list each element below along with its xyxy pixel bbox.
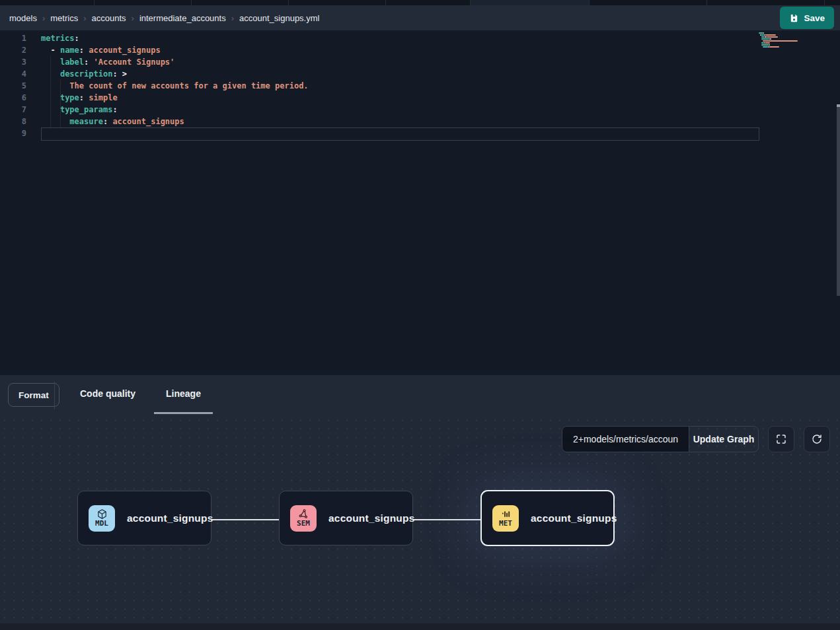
semantic-network-icon (298, 508, 309, 520)
format-button[interactable]: Format (8, 383, 59, 407)
breadcrumb: models›metrics›accounts›intermediate_acc… (9, 13, 780, 23)
breadcrumb-item[interactable]: intermediate_accounts (139, 13, 226, 23)
node-label: account_signups (127, 512, 213, 524)
chevron-right-icon: › (231, 13, 234, 23)
update-graph-button[interactable]: Update Graph (689, 427, 758, 452)
mdl-badge: MDL (89, 505, 115, 532)
fullscreen-button[interactable] (768, 426, 794, 452)
lineage-node-met[interactable]: METaccount_signups (480, 490, 615, 546)
badge-label: MDL (95, 520, 108, 528)
line-number: 4 (0, 68, 26, 80)
divider (54, 382, 55, 409)
code-line-7[interactable]: 7 type_params: (0, 104, 840, 116)
code-line-8[interactable]: 8 measure: account_signups (0, 116, 840, 127)
breadcrumb-item[interactable]: models (9, 13, 37, 23)
breadcrumb-bar: models›metrics›accounts›intermediate_acc… (0, 5, 840, 30)
cube-icon (96, 508, 108, 520)
ide-window: models›metrics›accounts›intermediate_acc… (0, 0, 840, 630)
code-line-3[interactable]: 3 label: 'Account Signups' (0, 56, 840, 68)
chevron-right-icon: › (42, 13, 45, 23)
breadcrumb-item[interactable]: accounts (92, 13, 126, 23)
tab-lineage[interactable]: Lineage (154, 375, 213, 414)
bottom-panel: Format Code qualityLineage Update Graph (0, 375, 840, 630)
lineage-controls: Update Graph (562, 426, 830, 452)
window-tab[interactable] (707, 0, 825, 5)
lineage-selector-input[interactable] (562, 427, 689, 452)
badge-label: SEM (297, 520, 310, 528)
indent-guide (50, 56, 51, 127)
code-line-6[interactable]: 6 type: simple (0, 92, 840, 104)
window-tab[interactable] (825, 0, 840, 5)
line-number: 7 (0, 104, 26, 116)
window-tab[interactable] (192, 0, 289, 5)
window-tab-strip (0, 0, 840, 5)
window-tab[interactable] (0, 0, 95, 5)
panel-header: Format Code qualityLineage (0, 375, 840, 416)
expand-icon (775, 433, 787, 445)
sem-badge: SEM (290, 505, 317, 532)
code-line-5[interactable]: 5 The count of new accounts for a given … (0, 80, 840, 92)
lineage-node-sem[interactable]: SEMaccount_signups (279, 491, 413, 545)
save-button-label: Save (804, 13, 825, 23)
code-line-1[interactable]: 1metrics: (0, 32, 840, 44)
line-number: 6 (0, 92, 26, 104)
code-editor[interactable]: 1metrics:2 - name: account_signups3 labe… (0, 30, 840, 375)
met-badge: MET (492, 505, 519, 532)
window-tab[interactable] (386, 0, 471, 5)
node-label: account_signups (328, 512, 414, 524)
badge-label: MET (499, 520, 512, 528)
tab-code-quality[interactable]: Code quality (68, 375, 147, 414)
window-tab[interactable] (590, 0, 707, 5)
editor-minimap[interactable] (759, 32, 801, 50)
window-tab[interactable] (289, 0, 386, 5)
line-number: 8 (0, 116, 26, 127)
lineage-node-mdl[interactable]: MDLaccount_signups (77, 491, 211, 545)
lineage-edge (211, 519, 279, 520)
code-lines: 1metrics:2 - name: account_signups3 labe… (0, 30, 840, 139)
lineage-graph[interactable]: Update Graph (0, 416, 840, 630)
window-tab-active[interactable] (471, 0, 590, 5)
code-line-2[interactable]: 2 - name: account_signups (0, 44, 840, 56)
line-number: 5 (0, 80, 26, 92)
line-number: 1 (0, 32, 26, 44)
panel-tabs: Code qualityLineage (65, 375, 216, 416)
save-button[interactable]: Save (780, 7, 834, 29)
refresh-icon (811, 433, 823, 445)
indent-guide (60, 80, 61, 127)
breadcrumb-item[interactable]: metrics (50, 13, 78, 23)
breadcrumb-item[interactable]: account_signups.yml (239, 13, 319, 23)
window-tab[interactable] (95, 0, 192, 5)
lineage-edge (413, 519, 480, 520)
scrollbar-thumb[interactable] (837, 104, 840, 107)
code-line-4[interactable]: 4 description: > (0, 68, 840, 80)
selector-group: Update Graph (562, 426, 759, 452)
line-number: 2 (0, 44, 26, 56)
chevron-right-icon: › (132, 13, 134, 23)
node-label: account_signups (531, 512, 617, 524)
editor-scrollbar[interactable] (837, 104, 840, 296)
floppy-icon (789, 13, 799, 23)
line-number: 3 (0, 56, 26, 68)
graph-bottom-strip (0, 623, 840, 630)
chevron-right-icon: › (83, 13, 86, 23)
code-line-9[interactable]: 9 (0, 127, 840, 139)
line-number: 9 (0, 127, 26, 139)
metric-chart-icon (500, 508, 512, 520)
refresh-button[interactable] (804, 426, 830, 452)
